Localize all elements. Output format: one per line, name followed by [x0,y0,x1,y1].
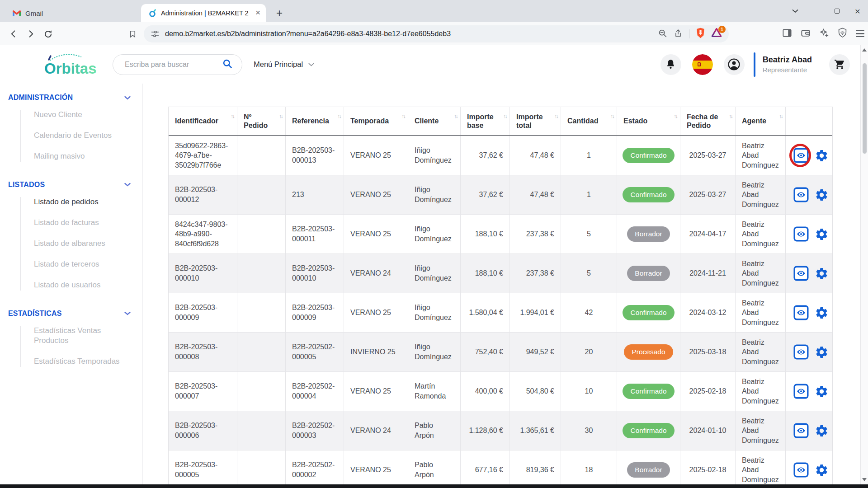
order-settings-button[interactable] [815,385,829,399]
sidebar-section-header[interactable]: ESTADÍSTICAS [8,310,142,318]
sidebar-item[interactable]: Estadísticas Ventas Productos [34,326,129,347]
cart-button[interactable] [829,54,850,75]
order-row[interactable]: 8424c347-9803-48b9-a990-840cf6f9d628 B2B… [169,215,832,254]
view-order-button[interactable] [793,462,809,478]
order-row[interactable]: B2B-202503-000008 B2B-202502-000005 INVI… [169,333,832,372]
sidebar-item[interactable]: Mailing masivo [34,151,129,162]
scrollbar-thumb[interactable] [863,63,867,154]
forward-button[interactable] [25,28,37,40]
brave-shield-icon[interactable] [696,28,705,40]
sidebar-item[interactable]: Listado de terceros [34,259,129,270]
zoom-out-icon[interactable] [658,28,667,40]
order-settings-button[interactable] [815,345,829,359]
order-settings-button[interactable] [815,463,829,477]
column-header[interactable]: Cantidad↑↓ [561,107,617,135]
view-order-button[interactable] [793,383,809,399]
view-order-button[interactable] [793,344,809,360]
order-row[interactable]: B2B-202503-000010 B2B-202503-000010 VERA… [169,254,832,293]
view-order-button[interactable] [793,147,809,164]
sidebar-section-header[interactable]: LISTADOS [8,181,142,189]
sort-icon[interactable]: ↑↓ [231,113,234,120]
sort-icon[interactable]: ↑↓ [610,113,613,120]
extension-icon[interactable]: 1 [712,28,722,40]
sidebar-item[interactable]: Listado de albaranes [34,239,129,249]
column-header[interactable]: Estado↑↓ [617,107,680,135]
column-header[interactable]: Importe base↑↓ [461,107,510,135]
view-order-button[interactable] [793,422,809,439]
column-header[interactable]: Importe total↑↓ [510,107,561,135]
sort-icon[interactable]: ↑↓ [503,113,506,120]
sidebar-item-label: Listado de facturas [34,218,99,227]
sort-icon[interactable]: ↑↓ [454,113,457,120]
bookmark-icon[interactable] [127,28,138,40]
order-settings-button[interactable] [815,188,829,202]
sort-icon[interactable]: ↑↓ [554,113,557,120]
new-tab-button[interactable]: + [271,5,288,21]
reload-button[interactable] [42,28,54,40]
view-order-button[interactable] [793,187,809,203]
sidebar-item[interactable]: Listado de usuarios [34,280,129,291]
column-header[interactable]: Temporada↑↓ [344,107,408,135]
window-maximize-button[interactable] [826,0,847,22]
view-order-button[interactable] [793,226,809,242]
share-icon[interactable] [674,28,683,40]
account-button[interactable] [724,54,745,75]
menu-hamburger-icon[interactable] [856,30,864,38]
window-close-button[interactable]: × [847,0,868,22]
window-minimize-button[interactable]: — [806,0,826,22]
search-input[interactable] [125,61,222,69]
side-panel-icon[interactable] [782,28,792,39]
sidebar-section-header[interactable]: ADMINISTRACIÓN [8,94,142,102]
order-settings-button[interactable] [815,424,829,438]
main-menu-dropdown[interactable]: Menú Principal [254,45,314,84]
tab-close-icon[interactable]: × [254,8,266,19]
leo-ai-sparkle-icon[interactable] [819,28,829,40]
column-header[interactable]: Referencia↑↓ [286,107,344,135]
scroll-up-icon[interactable] [862,48,867,52]
sort-icon[interactable]: ↑↓ [337,113,340,120]
sidebar-item[interactable]: Calendario de Eventos [34,131,129,141]
order-row[interactable]: B2B-202503-000005 B2B-202502-000002 VERA… [169,450,832,488]
sort-icon[interactable]: ↑↓ [401,113,405,120]
order-row[interactable]: B2B-202503-000007 B2B-202502-000004 VERA… [169,372,832,411]
user-block[interactable]: Beatriz Abad Representante [763,55,812,74]
sort-icon[interactable]: ↑↓ [729,113,732,120]
column-header[interactable]: Fecha de Pedido↑↓ [680,107,736,135]
back-button[interactable] [8,28,19,40]
wallet-icon[interactable] [801,28,811,39]
scroll-down-icon[interactable] [862,478,867,481]
column-header[interactable]: Cliente↑↓ [408,107,461,135]
sidebar-item[interactable]: Estadísticas Temporadas [34,357,129,367]
sort-icon[interactable]: ↑↓ [279,113,282,120]
column-header[interactable]: Nº Pedido↑↓ [237,107,286,135]
order-settings-button[interactable] [815,149,829,163]
url-bar[interactable]: demo.b2market.es/b2b/administration?menu… [144,25,729,42]
vpn-shield-icon[interactable] [838,28,847,40]
url-text[interactable]: demo.b2market.es/b2b/administration?menu… [165,30,658,38]
page-scrollbar[interactable] [860,45,868,484]
order-row[interactable]: B2B-202503-000012 213 VERANO 25 Iñigo Do… [169,175,832,215]
notifications-button[interactable] [660,54,681,75]
order-row[interactable]: B2B-202503-000006 B2B-202502-000003 VERA… [169,411,832,450]
sort-icon[interactable]: ↑↓ [779,113,782,120]
tab-administration[interactable]: Administration | B2MARKET 2.0 × [141,4,266,22]
sidebar-item[interactable]: Listado de pedidos [34,197,129,207]
sidebar-item[interactable]: Nuevo Cliente [34,110,129,120]
column-header[interactable]: Identificador↑↓ [169,107,237,135]
order-row[interactable]: 35d09622-2863-4679-a7be-35029b7f766e B2B… [169,136,832,175]
search-icon[interactable] [222,58,233,71]
order-settings-button[interactable] [815,227,829,241]
language-flag-button[interactable] [692,54,713,75]
order-settings-button[interactable] [815,306,829,320]
tab-gmail[interactable]: Gmail [5,4,113,22]
tab-search-icon[interactable] [785,0,806,22]
view-order-button[interactable] [793,265,809,282]
order-settings-button[interactable] [815,267,829,281]
orbitas-logo[interactable]: Orbitas [36,49,113,82]
sidebar-item[interactable]: Listado de facturas [34,218,129,228]
order-row[interactable]: B2B-202503-000009 B2B-202503-000009 VERA… [169,293,832,333]
site-settings-icon[interactable] [151,29,160,38]
sort-icon[interactable]: ↑↓ [674,113,677,120]
column-header[interactable]: Agente↑↓ [736,107,786,135]
view-order-button[interactable] [793,305,809,321]
